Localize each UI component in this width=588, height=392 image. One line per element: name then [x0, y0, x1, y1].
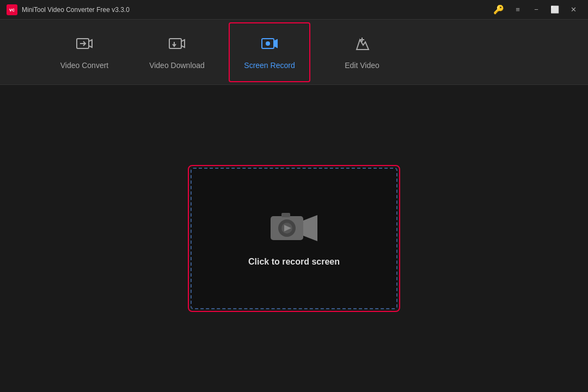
title-bar-left: vc MiniTool Video Converter Free v3.3.0 — [7, 4, 130, 15]
tab-edit-video[interactable]: Edit Video — [321, 22, 403, 82]
tab-edit-video-label: Edit Video — [345, 61, 379, 70]
video-convert-icon — [75, 34, 94, 57]
tab-video-download-label: Video Download — [149, 61, 205, 70]
svg-point-6 — [266, 41, 270, 46]
tab-video-convert-label: Video Convert — [60, 61, 108, 70]
record-camera-icon — [270, 211, 318, 246]
tab-video-convert[interactable]: Video Convert — [44, 22, 125, 82]
app-logo: vc — [7, 4, 17, 15]
hamburger-menu-button[interactable]: ≡ — [510, 3, 526, 16]
camera-icon-wrapper — [270, 211, 318, 246]
svg-marker-5 — [274, 40, 277, 47]
key-icon: 🔑 — [493, 4, 504, 15]
screen-record-icon — [260, 34, 279, 57]
tab-screen-record-label: Screen Record — [244, 61, 295, 70]
window-controls: 🔑 ≡ − ⬜ ✕ — [493, 3, 581, 16]
tab-screen-record[interactable]: Screen Record — [229, 22, 310, 82]
main-content: Click to record screen — [0, 85, 588, 392]
minimize-button[interactable]: − — [528, 3, 544, 16]
edit-video-icon — [352, 34, 372, 57]
app-title: MiniTool Video Converter Free v3.3.0 — [22, 6, 130, 14]
svg-rect-2 — [169, 39, 181, 48]
record-click-label: Click to record screen — [248, 257, 340, 267]
nav-bar: Video Convert Video Download Screen Reco… — [0, 20, 588, 85]
video-download-icon — [167, 34, 187, 57]
close-button[interactable]: ✕ — [565, 3, 581, 16]
svg-marker-14 — [303, 215, 317, 241]
tab-video-download[interactable]: Video Download — [136, 22, 218, 82]
title-bar: vc MiniTool Video Converter Free v3.3.0 … — [0, 0, 588, 20]
maximize-button[interactable]: ⬜ — [547, 3, 563, 16]
record-area-inner[interactable]: Click to record screen — [191, 168, 397, 309]
record-area-outer: Click to record screen — [188, 165, 400, 312]
svg-rect-13 — [281, 213, 290, 217]
